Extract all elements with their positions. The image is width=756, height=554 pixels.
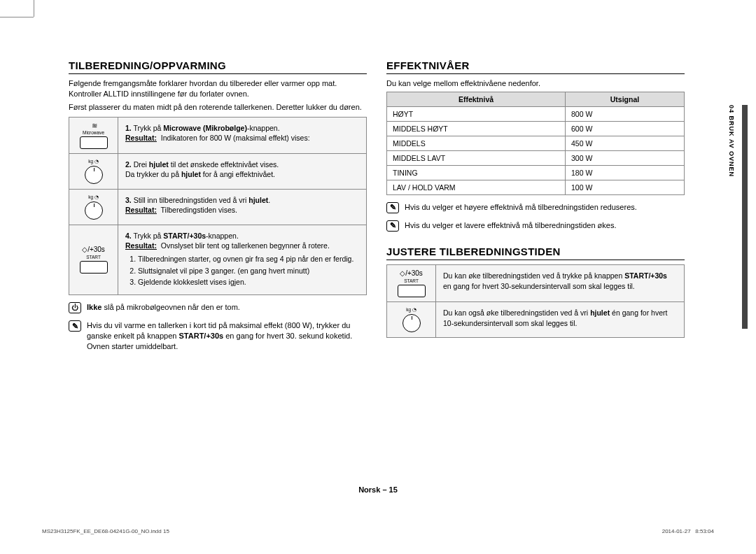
table-row: MIDDELS450 W xyxy=(387,136,685,150)
table-row: TINING180 W xyxy=(387,165,685,180)
table-header: Utsignal xyxy=(566,92,685,106)
left-column: TILBEREDNING/OPPVARMING Følgende fremgan… xyxy=(69,59,367,479)
steps-table: ≋ Microwave 1. Trykk på Microwave (Mikro… xyxy=(69,117,367,295)
step-row: kg ◔ 2. Drei hjulet til det ønskede effe… xyxy=(69,154,366,190)
right-column: EFFEKTNIVÅER Du kan velge mellom effektn… xyxy=(386,59,685,479)
microwave-button-icon: ≋ Microwave xyxy=(69,118,118,153)
heading-power-levels: EFFEKTNIVÅER xyxy=(386,59,685,74)
heading-cooking: TILBEREDNING/OPPVARMING xyxy=(69,59,367,74)
note-icon: ✎ xyxy=(69,320,81,332)
power-intro: Du kan velge mellom effektnivåene nedenf… xyxy=(386,78,685,89)
dial-icon: kg ◔ xyxy=(387,302,436,337)
step-row: ◇/+30s START 4. Trykk på START/+30s-knap… xyxy=(69,225,366,294)
table-row: HØYT800 W xyxy=(387,106,685,121)
table-row: MIDDELS LAVT300 W xyxy=(387,150,685,165)
note-quick-heat: ✎ Hvis du vil varme en tallerken i kort … xyxy=(69,320,367,352)
warning-empty-oven: ⏻ Ikke slå på mikrobølgeovnen når den er… xyxy=(69,302,367,313)
start-30s-icon: ◇/+30s START xyxy=(387,265,436,301)
table-row: MIDDELS HØYT600 W xyxy=(387,121,685,136)
note-icon: ✎ xyxy=(386,220,399,232)
side-tab: 04 BRUK AV OVNEN xyxy=(728,105,735,177)
step-row: kg ◔ 3. Still inn tilberedningstiden ved… xyxy=(69,190,366,225)
note-icon: ✎ xyxy=(386,202,399,213)
table-header: Effektnivå xyxy=(387,92,566,106)
indd-timestamp: 2014-01-27 8:53:04 xyxy=(662,528,714,534)
power-level-table: Effektnivå Utsignal HØYT800 W MIDDELS HØ… xyxy=(386,92,685,195)
plug-icon: ⏻ xyxy=(69,302,81,313)
dial-icon: kg ◔ xyxy=(69,154,118,189)
heading-adjust-time: JUSTERE TILBEREDNINGSTIDEN xyxy=(386,246,685,260)
side-tab-bar xyxy=(742,105,748,329)
adjust-row: kg ◔ Du kan også øke tilberedningstiden … xyxy=(387,302,684,337)
intro-p1: Følgende fremgangsmåte forklarer hvordan… xyxy=(69,78,367,99)
step-row: ≋ Microwave 1. Trykk på Microwave (Mikro… xyxy=(69,118,366,154)
intro-p2: Først plasserer du maten midt på den rot… xyxy=(69,102,367,113)
adjust-row: ◇/+30s START Du kan øke tilberedningstid… xyxy=(387,265,684,302)
note-higher-power: ✎ Hvis du velger et høyere effektnivå må… xyxy=(386,202,685,213)
note-lower-power: ✎ Hvis du velger et lavere effektnivå må… xyxy=(386,220,685,232)
table-row: LAV / HOLD VARM100 W xyxy=(387,180,685,194)
page-number: Norsk – 15 xyxy=(0,485,756,494)
start-30s-icon: ◇/+30s START xyxy=(69,225,118,294)
indd-filename: MS23H3125FK_EE_DE68-04241G-00_NO.indd 15 xyxy=(42,528,169,534)
adjust-table: ◇/+30s START Du kan øke tilberedningstid… xyxy=(386,264,685,338)
dial-icon: kg ◔ xyxy=(69,190,118,225)
